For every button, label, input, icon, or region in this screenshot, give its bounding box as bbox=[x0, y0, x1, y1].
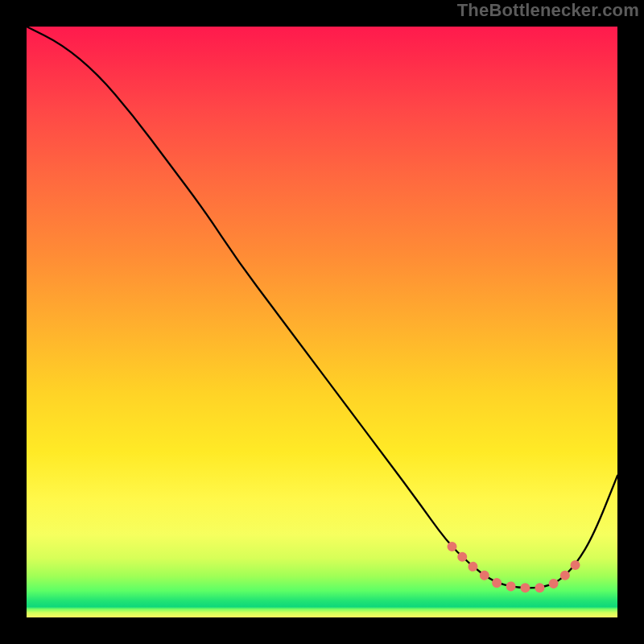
bottleneck-curve bbox=[27, 27, 617, 588]
watermark-text: TheBottlenecker.com bbox=[457, 0, 639, 21]
curve-overlay bbox=[27, 27, 617, 617]
chart-container: TheBottlenecker.com bbox=[0, 0, 644, 644]
plot-area bbox=[27, 27, 617, 617]
highlighted-segment bbox=[452, 547, 576, 588]
